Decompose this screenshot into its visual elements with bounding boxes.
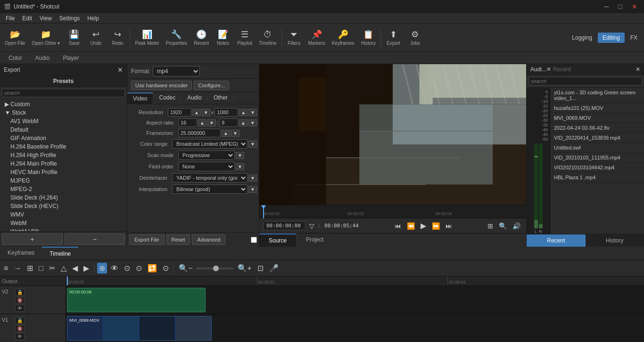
scan-mode-select[interactable]: Progressive [178,150,235,160]
tree-item-hevc[interactable]: HEVC Main Profile [1,168,126,176]
tree-item-av1webm[interactable]: AV1 WebM [1,117,126,125]
playlist-button[interactable]: ☰ Playlist [234,27,255,48]
tab-audio[interactable]: Audio [182,92,208,104]
fps-down[interactable]: ▼ [231,130,239,137]
recent-item-4[interactable]: VID_20220414_153839.mp4 [550,133,644,143]
resolution-width-input[interactable] [168,108,191,117]
v1-lock-button[interactable]: 🔒 [15,317,25,324]
notes-button[interactable]: 📝 Notes [213,27,233,48]
tree-item-mpeg2[interactable]: MPEG-2 [1,185,126,193]
open-file-button[interactable]: 📂 Open File [2,27,28,48]
resolution-width-up[interactable]: ▲ [192,109,201,116]
deinterlacer-down[interactable]: ▼ [248,175,257,182]
tree-item-h264main[interactable]: H.264 Main Profile [1,159,126,168]
menu-help[interactable]: Help [83,14,103,23]
configure-button[interactable]: Configure... [194,81,229,90]
v2-lock-button[interactable]: 🔒 [15,289,25,296]
tree-item-h264base[interactable]: H.264 Baseline Profile [1,142,126,151]
recent-item-7[interactable]: VID20210103104642.mp4 [550,163,644,173]
advanced-button[interactable]: Advanced [192,234,225,245]
menu-edit[interactable]: Edit [18,14,36,23]
recent-item-6[interactable]: VID_20210103_111955.mp4 [550,153,644,163]
tl-snap-button[interactable]: ⊕ [97,263,107,274]
tab-codec[interactable]: Codec [153,92,182,104]
recent-close-icon[interactable]: ✕ [636,66,640,73]
minimize-button[interactable]: ─ [602,3,612,10]
tl-ripple-button[interactable]: ⊙ [122,263,132,274]
recent-button[interactable]: 🕒 Recent [191,27,212,48]
tl-zoom-out-button[interactable]: 🔍− [177,263,194,274]
open-other-button[interactable]: 📁 Open Other ▾ [29,27,63,48]
tl-split-button[interactable]: ✂ [47,263,57,274]
v2-hide-button[interactable]: 👁 [15,305,25,312]
aspect-h-down[interactable]: ▼ [248,119,257,126]
color-range-select[interactable]: Broadcast Limited (MPEG) [172,139,248,149]
v1-hide-button[interactable]: 👁 [15,333,25,340]
menu-settings[interactable]: Settings [56,14,83,23]
menu-file[interactable]: File [2,14,18,23]
add-preset-button[interactable]: + [2,234,63,245]
tree-item-mjpeg[interactable]: MJPEG [1,176,126,185]
skip-start-button[interactable]: ⏮ [393,221,403,231]
zoom-button[interactable]: 🔍 [497,221,509,231]
recent-panel-tab[interactable]: Recent [527,234,586,247]
timeline-button[interactable]: ⏱ Timeline [256,28,279,48]
tl-scrub-button[interactable]: 👁 [109,263,120,274]
resolution-height-input[interactable] [215,108,238,117]
tl-ripple-all-button[interactable]: ⊙ [134,263,144,274]
recent-item-5[interactable]: Untitled.swf [550,143,644,153]
tl-insert-button[interactable]: □ [37,263,45,274]
preview-down-arrow[interactable]: ▽ [307,221,316,231]
project-tab[interactable]: Project [297,234,333,247]
tl-multitrack-button[interactable]: ⊞ [25,263,35,274]
scan-mode-down[interactable]: ▼ [236,152,244,159]
tl-menu-button[interactable]: ≡ [2,263,10,274]
v2-mute-button[interactable]: 🔇 [15,297,25,304]
tab-video[interactable]: Video [127,92,153,104]
tree-item-h264high[interactable]: H.264 High Profile [1,151,126,159]
tree-item-default[interactable]: Default [1,125,126,134]
aspect-w-input[interactable] [178,118,197,127]
redo-button[interactable]: ↪ Redo [107,27,128,48]
deinterlacer-select[interactable]: YADIF - temporal only (good) [172,173,248,183]
timeline-tab[interactable]: Timeline [42,247,78,260]
format-select[interactable]: mp4 [153,66,200,76]
tl-lift-button[interactable]: △ [59,263,68,274]
export-close-icon[interactable]: ✕ [117,66,123,74]
editing-mode-button[interactable]: Editing [598,33,625,43]
fps-up[interactable]: ▲ [222,130,230,137]
source-tab[interactable]: Source [259,234,297,247]
v1-mute-button[interactable]: 🔇 [15,325,25,332]
prev-frame-button[interactable]: ⏪ [405,221,417,231]
history-button[interactable]: 📋 History [358,27,379,48]
tl-post-roll-button[interactable]: ⊙ [161,263,171,274]
export-file-button[interactable]: Export File [129,234,165,245]
volume-button[interactable]: 🔊 [511,221,522,231]
tl-prev-button[interactable]: ◀ [70,263,80,274]
play-button[interactable]: ▶ [419,220,428,231]
tree-item-slide264[interactable]: Slide Deck (H.264) [1,193,126,202]
recent-item-3[interactable]: 2022-04-24 02-56-42.flv [550,123,644,133]
maximize-button[interactable]: □ [616,3,625,10]
next-frame-button[interactable]: ⏩ [430,221,442,231]
audio-close-icon[interactable]: ✕ [546,66,551,73]
resolution-height-up[interactable]: ▲ [239,109,248,116]
fps-input[interactable] [178,129,221,137]
hardware-encoder-button[interactable]: Use hardware encoder [131,81,192,90]
resolution-height-down[interactable]: ▼ [248,109,257,116]
export-checkbox[interactable] [251,237,257,243]
field-order-down[interactable]: ▼ [236,163,244,170]
right-search-input[interactable] [528,77,642,85]
peak-meter-button[interactable]: 📊 Peak Meter [132,27,162,48]
audio-submode-button[interactable]: Audio [31,54,55,62]
keyframes-button[interactable]: 🔑 Keyframes [329,27,357,48]
aspect-w-down[interactable]: ▼ [207,119,216,126]
export-button[interactable]: ⬆ Export [383,27,404,48]
skip-end-button[interactable]: ⏭ [444,221,454,231]
color-submode-button[interactable]: Color [4,54,27,62]
current-time-display[interactable] [263,221,305,230]
recent-item-8[interactable]: HBL Plaza 1 .mp4 [550,173,644,183]
fx-mode-button[interactable]: FX [626,33,642,43]
undo-button[interactable]: ↩ Undo [85,27,106,48]
grid-button[interactable]: ⊞ [486,221,495,231]
